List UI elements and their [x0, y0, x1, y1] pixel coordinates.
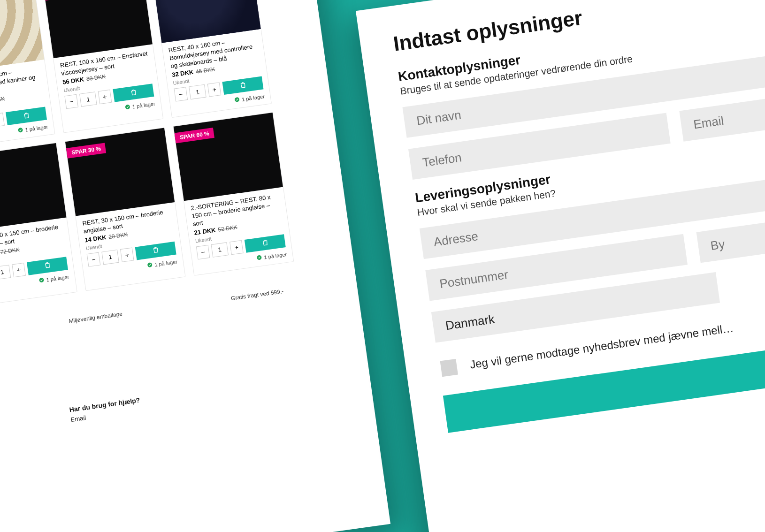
qty-plus-button[interactable]: + — [12, 263, 26, 277]
bag-icon — [43, 261, 52, 271]
qty-plus-button[interactable]: + — [120, 247, 134, 262]
product-card[interactable]: SPAR 60 %2.-SORTERING – REST, 80 x 150 c… — [173, 112, 294, 275]
bag-icon — [151, 246, 160, 256]
check-icon — [234, 97, 240, 104]
svg-point-3 — [234, 97, 239, 102]
trust-free-shipping: Gratis fragt ved 599,- — [230, 288, 284, 302]
qty-plus-button[interactable]: + — [0, 113, 5, 127]
check-icon — [17, 127, 24, 135]
product-image — [0, 143, 66, 231]
check-icon — [38, 277, 45, 284]
check-icon — [256, 254, 263, 262]
checkout-form-panel: Indtast oplysninger Kontaktoplysninger B… — [356, 0, 765, 532]
qty-plus-button[interactable]: + — [230, 240, 244, 255]
qty-minus-button[interactable]: − — [174, 87, 188, 101]
product-card[interactable]: SPAR 30 %REST, 110 x 150 cm – broderie a… — [0, 143, 77, 306]
check-icon — [124, 104, 131, 111]
qty-value: 1 — [79, 91, 97, 106]
product-card[interactable]: SPAR 30 %REST, 30 x 150 cm – broderie an… — [65, 128, 186, 291]
product-card[interactable]: SPAR 30 %REST, 100 x 160 cm – bomuldsjer… — [0, 0, 55, 148]
svg-point-5 — [39, 277, 44, 282]
check-icon — [147, 262, 153, 269]
qty-value: 1 — [189, 84, 207, 99]
footer-heading: Har du brug for hjælp? — [69, 396, 140, 413]
product-image — [174, 113, 283, 201]
bag-icon — [129, 88, 138, 98]
bag-icon — [22, 111, 31, 121]
footer-col-help: Har du brug for hjælp? Email — [69, 396, 143, 432]
qty-plus-button[interactable]: + — [98, 90, 112, 104]
bag-icon — [238, 81, 247, 91]
product-card[interactable]: SPAR 30 %REST, 40 x 160 cm – Bomuldsjers… — [151, 0, 272, 118]
svg-point-6 — [147, 262, 153, 267]
footer-email-label: Email — [70, 414, 86, 423]
svg-point-7 — [257, 255, 262, 260]
qty-minus-button[interactable]: − — [64, 94, 78, 109]
qty-value: 1 — [0, 265, 11, 280]
bag-icon — [261, 238, 269, 248]
qty-plus-button[interactable]: + — [207, 82, 222, 97]
svg-point-2 — [125, 105, 130, 110]
qty-minus-button[interactable]: − — [196, 245, 210, 259]
svg-point-1 — [18, 128, 23, 133]
product-image — [65, 128, 175, 216]
qty-value: 1 — [211, 242, 229, 257]
qty-minus-button[interactable]: − — [87, 252, 101, 266]
newsletter-checkbox[interactable] — [440, 359, 458, 377]
qty-value: 1 — [101, 250, 119, 265]
product-card[interactable]: SPAR 30 %REST, 100 x 160 cm – Ensfarvet … — [43, 0, 164, 133]
trust-eco-packaging: Miljøvenlig emballage — [69, 311, 123, 325]
product-listing-panel: …projekt eller blot mindre stykker stof … — [0, 0, 390, 532]
